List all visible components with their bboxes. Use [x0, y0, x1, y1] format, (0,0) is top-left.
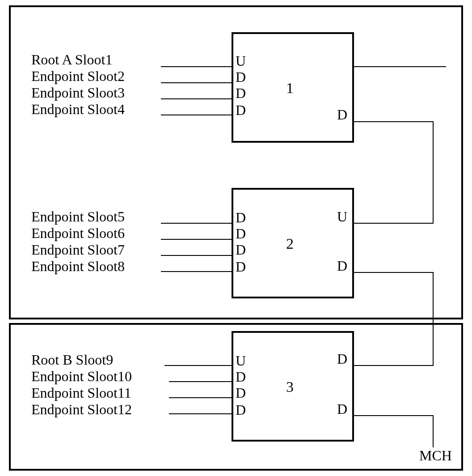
slot-label: Endpoint Sloot2 [31, 68, 125, 85]
port-label: D [236, 259, 246, 275]
slot-label: Endpoint Sloot10 [31, 368, 132, 385]
connector-line [161, 271, 232, 272]
connector-line [161, 223, 232, 224]
slot-label: Endpoint Sloot7 [31, 242, 125, 258]
port-label: D [236, 85, 246, 102]
port-label: D [236, 69, 246, 85]
connector-line [169, 397, 232, 398]
connector-line [354, 223, 434, 224]
slot-label: Root B Sloot9 [31, 352, 113, 368]
port-label: D [236, 102, 246, 119]
connector-line [161, 98, 232, 99]
block-3-number: 3 [286, 378, 294, 395]
connector-line [354, 272, 434, 273]
port-label: D [337, 401, 347, 417]
port-label: D [337, 258, 347, 274]
connector-line [433, 272, 434, 366]
connector-line [354, 66, 446, 67]
connector-line [354, 365, 434, 366]
connector-line [161, 66, 232, 67]
port-label: D [236, 209, 246, 226]
slot-label: Endpoint Sloot6 [31, 225, 125, 242]
port-label: U [236, 353, 246, 369]
block-1-number: 1 [286, 80, 294, 97]
connector-line [164, 365, 232, 366]
port-label: D [236, 402, 246, 418]
slot-label: Endpoint Sloot12 [31, 401, 132, 418]
slot-label: Endpoint Sloot11 [31, 385, 131, 401]
connector-line [161, 82, 232, 83]
connector-line [169, 413, 232, 414]
slot-label: Root A Sloot1 [31, 51, 112, 68]
slot-label: Endpoint Sloot3 [31, 85, 125, 101]
port-label: D [236, 385, 246, 401]
port-label: D [236, 225, 246, 242]
slot-label: Endpoint Sloot5 [31, 208, 125, 225]
slot-label: Endpoint Sloot8 [31, 258, 125, 275]
connector-line [433, 415, 434, 447]
slot-label: Endpoint Sloot4 [31, 101, 125, 118]
connector-line [354, 121, 434, 122]
connector-line [161, 255, 232, 256]
connector-line [169, 381, 232, 382]
port-label: D [337, 351, 347, 367]
port-label: D [236, 242, 246, 258]
port-label: D [236, 369, 246, 385]
port-label: U [337, 208, 347, 225]
connector-line [161, 239, 232, 240]
diagram-container: 1 Root A Sloot1 U Endpoint Sloot2 D Endp… [0, 0, 472, 476]
connector-line [433, 121, 434, 223]
port-label: U [236, 53, 246, 69]
port-label: D [337, 106, 347, 123]
block-2-number: 2 [286, 235, 294, 252]
connector-line [161, 115, 232, 115]
mch-label: MCH [419, 447, 452, 464]
connector-line [354, 415, 434, 416]
